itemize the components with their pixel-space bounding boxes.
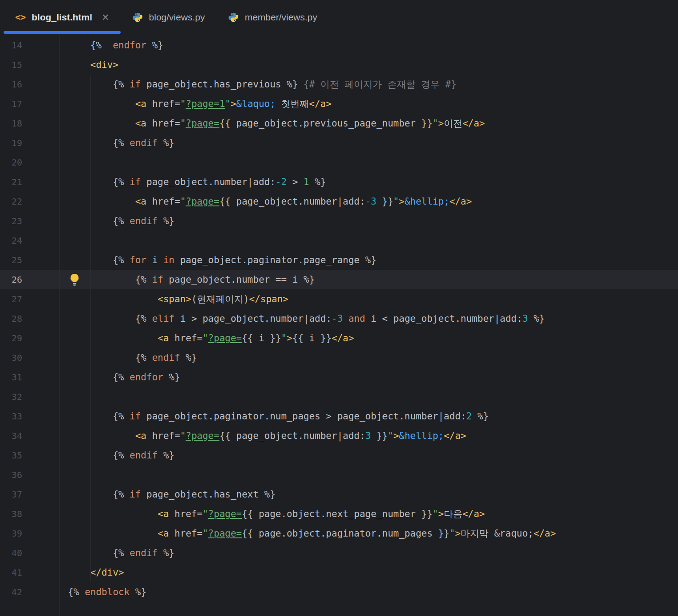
line-number[interactable]: 42 xyxy=(0,582,59,602)
code-line[interactable]: 29 <a href="?page={{ i }}">{{ i }}</a> xyxy=(0,328,678,348)
code-token: {% xyxy=(68,255,130,265)
code-token: i xyxy=(146,255,163,265)
code-line[interactable]: 30 {% endif %} xyxy=(0,348,678,367)
code-line[interactable]: 32 xyxy=(0,387,678,407)
code-token xyxy=(68,99,135,109)
code-text: <div> xyxy=(59,55,678,75)
code-line[interactable]: 41 </div> xyxy=(0,563,678,582)
code-line[interactable]: 26 {% if page_object.number == i %} xyxy=(0,270,678,289)
code-line[interactable]: 31 {% endfor %} xyxy=(0,367,678,387)
code-text: {% endif %} xyxy=(59,211,678,231)
code-line[interactable]: 14 {% endfor %} xyxy=(0,36,678,55)
code-line[interactable]: 28 {% elif i > page_object.number|add:-3… xyxy=(0,309,678,328)
code-line[interactable]: 21 {% if page_object.number|add:-2 > 1 %… xyxy=(0,172,678,192)
code-line[interactable]: 20 xyxy=(0,153,678,172)
line-number[interactable]: 41 xyxy=(0,563,59,582)
code-line[interactable]: 18 <a href="?page={{ page_object.previou… xyxy=(0,114,678,133)
code-line[interactable]: 33 {% if page_object.paginator.num_pages… xyxy=(0,407,678,426)
close-tab-icon[interactable]: × xyxy=(102,12,109,24)
code-token: %} xyxy=(528,313,545,324)
code-line[interactable]: 24 xyxy=(0,231,678,250)
code-token: elif xyxy=(152,313,175,324)
line-number[interactable]: 31 xyxy=(0,367,59,387)
code-token: > xyxy=(287,177,304,187)
code-token: if xyxy=(130,489,141,500)
code-line[interactable]: 19 {% endif %} xyxy=(0,133,678,153)
code-text: <a href="?page={{ page_object.previous_p… xyxy=(59,114,678,133)
code-text: {% if page_object.number == i %} xyxy=(59,270,678,289)
line-number[interactable]: 35 xyxy=(0,446,59,465)
line-number[interactable]: 17 xyxy=(0,94,59,114)
line-number[interactable]: 22 xyxy=(0,192,59,211)
code-token: {{ i }} xyxy=(242,333,281,344)
code-token: > xyxy=(455,528,461,539)
code-token: -3 xyxy=(365,196,376,207)
code-token: {% xyxy=(68,587,85,597)
code-token: " xyxy=(225,99,231,109)
code-token: %} xyxy=(158,450,174,461)
line-number[interactable]: 37 xyxy=(0,485,59,504)
code-line[interactable]: 16 {% if page_object.has_previous %} {# … xyxy=(0,75,678,94)
code-token: </span> xyxy=(249,294,288,304)
code-line[interactable]: 35 {% endif %} xyxy=(0,446,678,465)
code-line[interactable]: 22 <a href="?page={{ page_object.number|… xyxy=(0,192,678,211)
code-line[interactable]: 23 {% endif %} xyxy=(0,211,678,231)
code-line[interactable]: 36 xyxy=(0,465,678,485)
code-text: {% if page_object.has_next %} xyxy=(59,485,678,504)
code-line[interactable]: 34 <a href="?page={{ page_object.number|… xyxy=(0,426,678,446)
code-text: <a href="?page=1">&laquo; 첫번째</a> xyxy=(59,94,678,114)
code-token: endblock xyxy=(85,587,130,597)
code-line[interactable]: 17 <a href="?page=1">&laquo; 첫번째</a> xyxy=(0,94,678,114)
line-number[interactable]: 27 xyxy=(0,289,59,309)
line-number[interactable]: 38 xyxy=(0,504,59,524)
code-line[interactable]: 39 <a href="?page={{ page.object.paginat… xyxy=(0,524,678,543)
line-number[interactable]: 19 xyxy=(0,133,59,153)
line-number[interactable]: 25 xyxy=(0,250,59,270)
code-token: endif xyxy=(130,450,158,461)
line-number[interactable]: 40 xyxy=(0,543,59,563)
line-number[interactable]: 29 xyxy=(0,328,59,348)
tab-blog-list-html[interactable]: <> blog_list.html × xyxy=(4,0,121,35)
code-token: " xyxy=(202,509,208,519)
tab-member-views-py[interactable]: member/views.py xyxy=(217,0,329,35)
line-number[interactable]: 15 xyxy=(0,55,59,75)
line-number[interactable]: 32 xyxy=(0,387,59,407)
code-token: page_object.number|add: xyxy=(141,177,275,187)
line-number[interactable]: 34 xyxy=(0,426,59,446)
code-line[interactable]: 27 <span>(현재페이지)</span> xyxy=(0,289,678,309)
line-number[interactable]: 28 xyxy=(0,309,59,328)
code-token: ?page= xyxy=(208,528,242,539)
line-number[interactable]: 39 xyxy=(0,524,59,543)
line-number[interactable]: 26 xyxy=(0,270,59,289)
line-number[interactable]: 33 xyxy=(0,407,59,426)
line-number[interactable]: 21 xyxy=(0,172,59,192)
line-number[interactable]: 36 xyxy=(0,465,59,485)
code-line[interactable]: 15 <div> xyxy=(0,55,678,75)
code-token: " xyxy=(180,118,186,129)
code-line[interactable]: 25 {% for i in page_object.paginator.pag… xyxy=(0,250,678,270)
code-line[interactable]: 38 <a href="?page={{ page.object.next_pa… xyxy=(0,504,678,524)
code-token: {% xyxy=(68,489,130,500)
code-line[interactable]: 40 {% endif %} xyxy=(0,543,678,563)
line-number[interactable]: 23 xyxy=(0,211,59,231)
line-number[interactable]: 16 xyxy=(0,75,59,94)
code-line[interactable]: 37 {% if page_object.has_next %} xyxy=(0,485,678,504)
line-number[interactable]: 18 xyxy=(0,114,59,133)
code-token: in xyxy=(163,255,174,265)
code-token: <a xyxy=(158,333,169,344)
intention-bulb-icon[interactable] xyxy=(69,273,80,286)
tab-blog-views-py[interactable]: blog/views.py xyxy=(121,0,217,35)
code-token xyxy=(68,567,91,578)
code-token: -3 xyxy=(331,313,343,324)
code-token: &laquo; xyxy=(236,99,276,109)
code-token: %} xyxy=(158,548,174,558)
line-number[interactable]: 20 xyxy=(0,153,59,172)
code-token: page_object.paginator.num_pages > page_o… xyxy=(141,411,466,422)
code-token: " xyxy=(180,196,186,207)
line-number[interactable]: 30 xyxy=(0,348,59,367)
line-number[interactable]: 24 xyxy=(0,231,59,250)
line-number[interactable]: 14 xyxy=(0,36,59,55)
code-token xyxy=(68,118,135,129)
code-line[interactable]: 42{% endblock %} xyxy=(0,582,678,602)
code-token: " xyxy=(202,528,208,539)
